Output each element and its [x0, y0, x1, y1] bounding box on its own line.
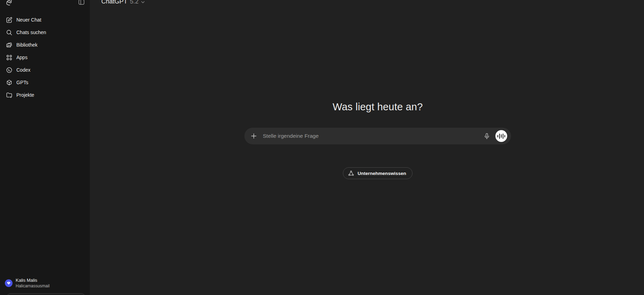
model-version-label: 5.2	[130, 0, 139, 5]
sidebar-item-codex[interactable]: Codex	[0, 64, 90, 76]
gem-icon	[6, 281, 11, 286]
apps-icon	[6, 54, 13, 61]
library-icon	[6, 41, 13, 48]
sidebar-item-label: Bibliothek	[16, 42, 38, 48]
sidebar-item-label: GPTs	[16, 80, 28, 85]
knowledge-graph-icon	[348, 170, 354, 177]
company-knowledge-chip[interactable]: Unternehmenswissen	[343, 167, 413, 179]
search-icon	[6, 29, 13, 36]
sidebar-item-new-chat[interactable]: Neuer Chat	[0, 14, 90, 26]
page-title: Was liegt heute an?	[244, 101, 511, 113]
chip-label: Unternehmenswissen	[358, 171, 406, 176]
openai-logo-icon	[5, 0, 13, 6]
sidebar-toggle-icon[interactable]	[78, 0, 85, 6]
user-avatar	[5, 279, 13, 287]
user-name: Kalis Malis	[16, 278, 49, 283]
sidebar-bottom-pill-cutoff[interactable]	[6, 293, 86, 295]
sidebar-item-label: Codex	[16, 67, 30, 73]
gpts-icon	[6, 79, 13, 86]
attach-plus-icon[interactable]	[250, 133, 257, 139]
suggestion-chip-row: Unternehmenswissen	[244, 167, 511, 179]
user-subtitle: Halicarnassusmail	[16, 284, 49, 289]
sidebar-item-label: Neuer Chat	[16, 17, 41, 23]
composer[interactable]	[244, 128, 511, 144]
model-brand-label: ChatGPT	[101, 0, 127, 5]
projects-icon	[6, 91, 13, 98]
codex-icon	[6, 66, 13, 73]
microphone-icon[interactable]	[484, 133, 490, 139]
sidebar: Neuer Chat Chats suchen	[0, 0, 90, 295]
user-account-button[interactable]: Kalis Malis Halicarnassusmail	[0, 276, 90, 291]
sidebar-item-gpts[interactable]: GPTs	[0, 76, 90, 89]
sidebar-item-label: Chats suchen	[16, 30, 46, 35]
voice-mode-button[interactable]	[495, 130, 507, 142]
sidebar-item-apps[interactable]: Apps	[0, 51, 90, 64]
chevron-down-icon	[141, 1, 145, 3]
sidebar-item-label: Projekte	[16, 92, 34, 98]
sidebar-nav: Neuer Chat Chats suchen	[0, 14, 90, 101]
sidebar-item-label: Apps	[16, 55, 28, 60]
new-chat-icon	[6, 16, 13, 23]
sidebar-item-search-chats[interactable]: Chats suchen	[0, 26, 90, 39]
chatgpt-app-window: Neuer Chat Chats suchen	[0, 0, 644, 295]
model-switcher[interactable]: ChatGPT 5.2	[101, 0, 145, 5]
waveform-icon	[497, 135, 498, 137]
sidebar-item-projects[interactable]: Projekte	[0, 89, 90, 101]
prompt-input[interactable]	[263, 128, 472, 144]
sidebar-item-library[interactable]: Bibliothek	[0, 39, 90, 51]
